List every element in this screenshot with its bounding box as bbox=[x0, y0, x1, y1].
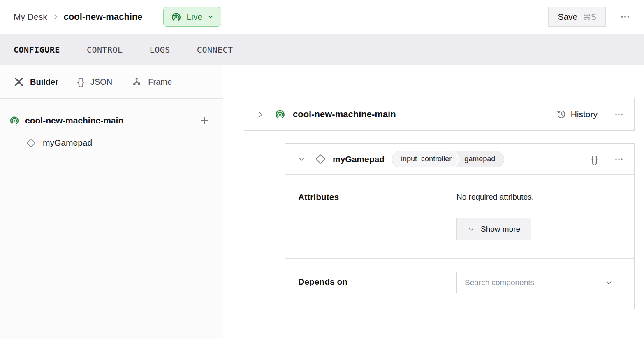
expand-chevron-right-icon[interactable] bbox=[257, 111, 264, 118]
badge-divider-chevron bbox=[455, 151, 461, 167]
component-type: input_controller bbox=[392, 151, 455, 167]
mode-frame[interactable]: Frame bbox=[131, 77, 172, 88]
machine-live-icon bbox=[171, 12, 182, 23]
breadcrumb-current: cool-new-machine bbox=[64, 12, 143, 22]
view-mode-switcher: Builder {} JSON Frame bbox=[0, 65, 223, 99]
machine-part-icon bbox=[274, 109, 286, 120]
show-more-label: Show more bbox=[481, 225, 520, 234]
chevron-right-icon bbox=[52, 14, 59, 20]
component-type-badge: input_controller gamepad bbox=[392, 151, 504, 167]
mode-builder[interactable]: Builder bbox=[14, 77, 58, 87]
topbar-overflow-menu-button[interactable] bbox=[620, 12, 630, 22]
add-component-button[interactable] bbox=[199, 116, 209, 125]
plus-icon bbox=[199, 116, 209, 125]
machine-part-card: cool-new-machine-main History bbox=[244, 98, 635, 131]
history-button[interactable]: History bbox=[556, 109, 598, 119]
component-tree-rail: myGamepad input_controller gamepad {} bbox=[265, 143, 635, 309]
component-diamond-icon bbox=[26, 138, 36, 148]
tree-component-name: myGamepad bbox=[43, 138, 92, 148]
tree-item-component[interactable]: myGamepad bbox=[26, 132, 209, 154]
breadcrumb: My Desk cool-new-machine bbox=[14, 12, 143, 22]
save-shortcut-hint: ⌘S bbox=[583, 12, 596, 22]
ellipsis-icon bbox=[620, 12, 630, 22]
history-label: History bbox=[571, 109, 598, 119]
top-bar: My Desk cool-new-machine Live Save ⌘S bbox=[0, 0, 644, 34]
history-clock-icon bbox=[556, 109, 566, 119]
chevron-down-icon bbox=[605, 279, 613, 287]
live-label: Live bbox=[187, 12, 203, 22]
tree-machine-name: cool-new-machine-main bbox=[25, 116, 123, 125]
chevron-down-icon bbox=[207, 14, 214, 20]
component-model: gamepad bbox=[461, 151, 504, 167]
braces-icon: {} bbox=[77, 77, 85, 87]
ellipsis-icon bbox=[614, 109, 624, 119]
ellipsis-icon bbox=[614, 154, 624, 164]
save-button[interactable]: Save ⌘S bbox=[548, 7, 606, 27]
mode-frame-label: Frame bbox=[148, 77, 172, 87]
tab-connect[interactable]: CONNECT bbox=[197, 45, 233, 55]
machine-part-title: cool-new-machine-main bbox=[293, 109, 396, 120]
depends-on-label: Depends on bbox=[298, 272, 456, 293]
attributes-empty-text: No required attributes. bbox=[456, 191, 621, 202]
config-main-panel: cool-new-machine-main History bbox=[223, 65, 644, 339]
attributes-section: Attributes No required attributes. Show … bbox=[285, 175, 634, 258]
tab-configure[interactable]: CONFIGURE bbox=[14, 45, 60, 55]
config-sidebar: Builder {} JSON Frame bbox=[0, 65, 223, 339]
tree-item-machine-part[interactable]: cool-new-machine-main bbox=[9, 109, 209, 132]
mode-json-label: JSON bbox=[90, 77, 112, 87]
attributes-label: Attributes bbox=[298, 191, 456, 240]
axes-icon bbox=[131, 77, 142, 88]
component-title: myGamepad bbox=[333, 154, 385, 164]
machine-tab-bar: CONFIGURE CONTROL LOGS CONNECT bbox=[0, 34, 644, 65]
tab-control[interactable]: CONTROL bbox=[87, 45, 123, 55]
component-diamond-icon bbox=[315, 153, 326, 165]
machine-part-tree: cool-new-machine-main myGamepad bbox=[0, 99, 223, 154]
live-status-dropdown[interactable]: Live bbox=[163, 7, 222, 27]
mode-json[interactable]: {} JSON bbox=[77, 77, 112, 87]
depends-on-select[interactable]: Search components bbox=[456, 272, 621, 293]
breadcrumb-parent-link[interactable]: My Desk bbox=[14, 12, 47, 22]
machine-card-menu-button[interactable] bbox=[614, 109, 624, 119]
machine-part-icon bbox=[9, 115, 20, 126]
component-card-menu-button[interactable] bbox=[614, 154, 624, 164]
tools-icon bbox=[14, 77, 24, 87]
tab-logs[interactable]: LOGS bbox=[150, 45, 170, 55]
collapse-chevron-down-icon[interactable] bbox=[298, 155, 306, 163]
view-json-icon[interactable]: {} bbox=[591, 154, 598, 164]
component-card: myGamepad input_controller gamepad {} bbox=[285, 143, 635, 309]
show-more-button[interactable]: Show more bbox=[456, 218, 531, 240]
depends-on-section: Depends on Search components bbox=[285, 258, 634, 309]
depends-on-placeholder: Search components bbox=[465, 278, 534, 287]
mode-builder-label: Builder bbox=[30, 77, 58, 87]
save-label: Save bbox=[558, 12, 577, 22]
chevron-down-icon bbox=[468, 226, 475, 233]
component-card-header: myGamepad input_controller gamepad {} bbox=[285, 144, 634, 175]
